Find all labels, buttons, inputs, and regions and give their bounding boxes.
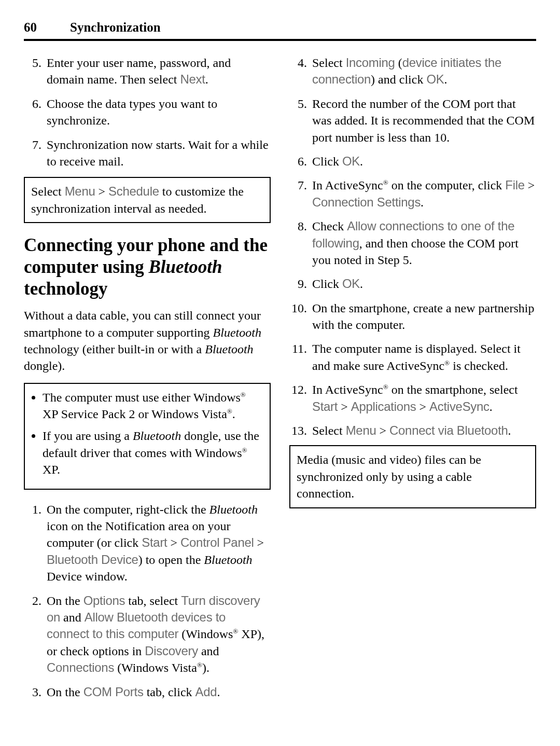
ui-control-panel: Control Panel [180, 535, 254, 549]
text: . [232, 407, 235, 421]
bluetooth-word: Bluetooth [149, 257, 222, 277]
text: technology (either built-in or with a [24, 342, 205, 356]
ui-add: Add [195, 685, 217, 699]
bluetooth-word: Bluetooth [204, 553, 252, 567]
text: On the computer, right-click the [47, 503, 209, 516]
bluetooth-word: Bluetooth [133, 429, 181, 443]
text: tab, select [125, 594, 181, 607]
step-6: Choose the data types you want to synchr… [45, 95, 271, 129]
text: > [525, 178, 535, 192]
registered-mark: ® [383, 178, 388, 186]
text: . [217, 685, 220, 699]
text: . [444, 73, 447, 86]
ui-file: File [505, 178, 524, 192]
text: Connecting your phone and the computer u… [24, 235, 268, 277]
media-note: Media (music and video) files can be syn… [289, 445, 536, 508]
text: XP Service Pack 2 or Windows Vista [43, 407, 227, 421]
text: > [254, 536, 264, 549]
ui-next: Next [180, 72, 205, 86]
ui-options: Options [83, 593, 125, 607]
text: (Windows Vista [114, 661, 197, 674]
text: > [338, 400, 351, 413]
bt-step-12: In ActiveSync® on the smartphone, select… [310, 381, 536, 415]
registered-mark: ® [444, 359, 450, 367]
text: (Windows [178, 627, 233, 641]
text: . [360, 277, 363, 291]
bt-step-1: On the computer, right-click the Bluetoo… [45, 501, 271, 585]
content-columns: Enter your user name, password, and doma… [24, 54, 536, 720]
text: On the [47, 594, 83, 607]
bt-step-8: Check Allow connections to one of the fo… [310, 218, 536, 268]
ui-activesync: ActiveSync [429, 399, 489, 413]
bluetooth-intro: Without a data cable, you can still conn… [24, 307, 271, 375]
text: tab, click [144, 685, 195, 699]
text: dongle). [24, 359, 65, 372]
text: In ActiveSync [312, 178, 383, 192]
bt-step-9: Click OK. [310, 275, 536, 292]
step-7: Synchronization now starts. Wait for a w… [45, 136, 271, 170]
text: . [205, 73, 208, 86]
text: > [376, 424, 389, 437]
heading-bluetooth: Connecting your phone and the computer u… [24, 234, 271, 300]
text: ( [395, 56, 402, 70]
bt-step-10: On the smartphone, create a new partners… [310, 300, 536, 334]
page-number: 60 [24, 21, 37, 34]
registered-mark: ® [383, 383, 388, 391]
text: is checked. [450, 359, 508, 372]
registered-mark: ® [241, 391, 246, 398]
text: technology [24, 279, 107, 299]
bt-step-3: On the COM Ports tab, click Add. [45, 684, 271, 700]
text: on the computer, click [388, 178, 506, 192]
ui-schedule: Schedule [108, 184, 159, 198]
ui-discovery: Discovery [145, 644, 198, 658]
ui-connect-via-bluetooth: Connect via Bluetooth [389, 423, 508, 437]
req-1: The computer must use either Windows® XP… [43, 389, 263, 423]
text: Check [312, 219, 347, 233]
text: and [198, 644, 219, 658]
ui-com-ports: COM Ports [83, 685, 144, 699]
ui-connections: Connections [47, 660, 114, 674]
text: ) and click [371, 73, 426, 86]
bt-step-7: In ActiveSync® on the computer, click Fi… [310, 177, 536, 211]
ui-ok: OK [342, 277, 360, 291]
requirements-note: The computer must use either Windows® XP… [24, 383, 271, 490]
req-2: If you are using a Bluetooth dongle, use… [43, 427, 263, 478]
bluetooth-word: Bluetooth [209, 503, 258, 516]
text: . [360, 155, 363, 168]
bt-step-11: The computer name is displayed. Select i… [310, 340, 536, 374]
sync-steps-continued: Enter your user name, password, and doma… [24, 54, 271, 170]
ui-ok: OK [426, 72, 444, 86]
text: Click [312, 155, 342, 168]
registered-mark: ® [242, 446, 247, 454]
page-header: 60 Synchronization [24, 21, 536, 41]
text: > [95, 185, 108, 198]
bt-step-6: Click OK. [310, 153, 536, 170]
bt-step-2: On the Options tab, select Turn discover… [45, 592, 271, 676]
ui-menu: Menu [65, 184, 95, 198]
ui-incoming: Incoming [346, 56, 395, 70]
bt-step-13: Select Menu > Connect via Bluetooth. [310, 422, 536, 439]
text: Click [312, 277, 342, 291]
registered-mark: ® [227, 407, 232, 415]
section-title: Synchronization [70, 21, 161, 34]
text: In ActiveSync [312, 383, 383, 396]
registered-mark: ® [197, 661, 202, 669]
text: . [421, 196, 424, 209]
ui-connection-settings: Connection Settings [312, 195, 421, 209]
text: and [60, 611, 85, 624]
text: > [167, 536, 180, 549]
schedule-note: Select Menu > Schedule to customize the … [24, 177, 271, 223]
ui-start: Start [312, 399, 338, 413]
page: 60 Synchronization Enter your user name,… [0, 0, 560, 746]
text: ) to open the [138, 553, 204, 567]
text: . [489, 400, 493, 413]
text: on the smartphone, select [388, 383, 518, 396]
ui-ok: OK [342, 154, 360, 168]
text: XP. [43, 463, 60, 476]
text: > [416, 400, 430, 413]
step-5: Enter your user name, password, and doma… [45, 54, 271, 88]
text: The computer must use either Windows [43, 391, 241, 404]
text: . [508, 424, 511, 437]
bluetooth-word: Bluetooth [205, 342, 253, 356]
text: Select [312, 424, 346, 437]
